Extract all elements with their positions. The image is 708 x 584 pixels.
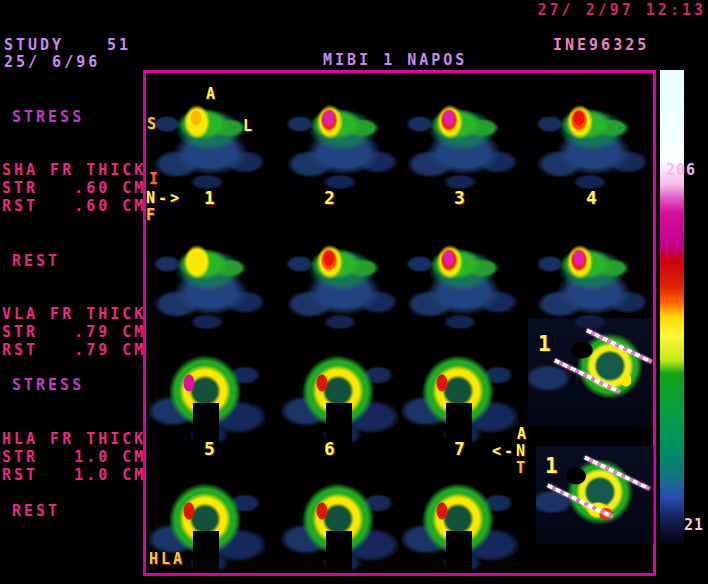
stress-label-sha: STRESS xyxy=(12,109,84,126)
rest-label-sha: REST xyxy=(12,253,60,270)
reference-inset-upper: 1 xyxy=(528,318,652,426)
view-label-hla: HLA xyxy=(149,551,185,568)
spect-slice-stress-sha-2 xyxy=(282,82,398,194)
slice-cut-line xyxy=(584,455,650,490)
hla-str-value: STR 1.0 CM xyxy=(2,449,146,466)
hla-thick-label: HLA FR THICK xyxy=(2,431,146,448)
sha-thick-label: SHA FR THICK xyxy=(2,162,146,179)
orientation-ant-arrow: <-N xyxy=(492,443,528,460)
sha-str-value: STR .60 CM xyxy=(2,180,146,197)
reference-inset-lower: 1 xyxy=(536,446,654,544)
slice-number-1: 1 xyxy=(204,189,215,206)
spect-slice-stress-sha-3 xyxy=(402,82,518,194)
color-scale-bar xyxy=(660,70,684,545)
orientation-superior-label: S xyxy=(147,116,159,133)
slice-number-6: 6 xyxy=(324,440,335,457)
spect-slice-stress-hla-2 xyxy=(282,345,398,445)
spect-slice-stress-hla-3 xyxy=(402,345,518,445)
vla-thick-label: VLA FR THICK xyxy=(2,306,146,323)
nuclear-medicine-workstation: 27/ 2/97 12:13 STUDY 51 25/ 6/96 INE9632… xyxy=(0,0,708,584)
orientation-inferior-arrow: N-> xyxy=(146,190,182,207)
spect-slice-rest-sha-1 xyxy=(149,222,265,334)
spect-slice-stress-sha-4 xyxy=(532,82,648,194)
spect-slice-stress-hla-1 xyxy=(149,345,265,445)
patient-id: INE96325 xyxy=(553,37,649,54)
datetime: 27/ 2/97 12:13 xyxy=(538,2,706,19)
image-viewport-frame: 1 1 A S L I N-> F A <-N T 1 2 3 4 5 6 7 … xyxy=(143,70,656,576)
rest-label-hla: REST xyxy=(12,503,60,520)
slice-cut-line xyxy=(586,328,652,363)
inset-slice-number: 1 xyxy=(545,458,558,475)
orientation-anterior-label: A xyxy=(206,86,218,103)
page-title: MIBI 1 NAPOS xyxy=(323,52,467,69)
vla-str-value: STR .79 CM xyxy=(2,324,146,341)
orientation-inferior-f: F xyxy=(146,207,158,224)
study-number: 51 xyxy=(107,37,131,54)
spect-slice-rest-sha-2 xyxy=(282,222,398,334)
slice-number-2: 2 xyxy=(324,189,335,206)
slice-number-7: 7 xyxy=(454,440,465,457)
study-date: 25/ 6/96 xyxy=(4,54,100,71)
orientation-ant-t: T xyxy=(516,460,528,477)
slice-number-4: 4 xyxy=(586,189,597,206)
orientation-left-label: L xyxy=(243,118,255,135)
sha-rst-value: RST .60 CM xyxy=(2,198,146,215)
spect-slice-rest-sha-3 xyxy=(402,222,518,334)
inset-slice-number: 1 xyxy=(538,336,551,353)
study-label: STUDY xyxy=(4,37,64,54)
vla-rst-value: RST .79 CM xyxy=(2,342,146,359)
slice-number-5: 5 xyxy=(204,440,215,457)
slice-cut-line xyxy=(547,483,613,518)
color-scale-min: 21 xyxy=(684,517,704,534)
slice-number-3: 3 xyxy=(454,189,465,206)
orientation-inferior-i: I xyxy=(149,171,161,188)
color-scale-max: 206 xyxy=(666,162,696,179)
hla-rst-value: RST 1.0 CM xyxy=(2,467,146,484)
slice-cut-line xyxy=(554,358,620,393)
spect-slice-rest-hla-3 xyxy=(402,473,518,573)
spect-slice-rest-hla-2 xyxy=(282,473,398,573)
orientation-ant-a: A xyxy=(517,426,529,443)
stress-label-hla: STRESS xyxy=(12,377,84,394)
